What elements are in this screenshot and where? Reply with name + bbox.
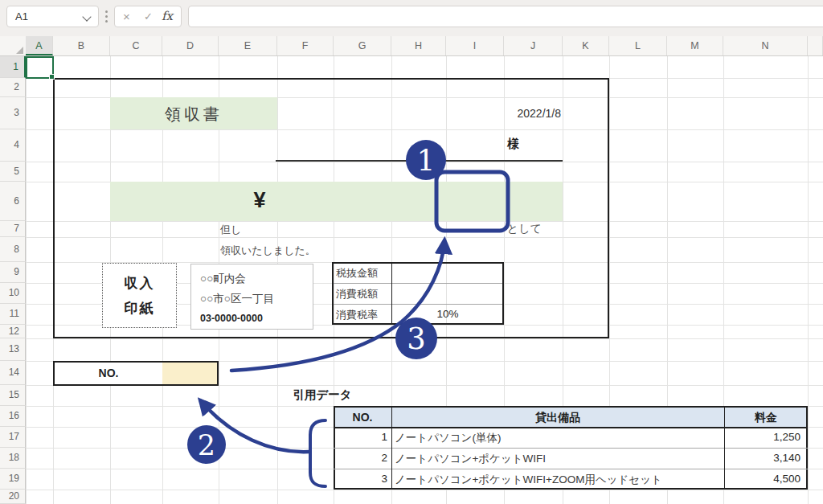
quote-header-3[interactable]: 料金: [724, 411, 808, 425]
column-header-K[interactable]: K: [563, 36, 609, 55]
gridline-v: [53, 56, 54, 504]
row-header-11[interactable]: 11: [0, 304, 26, 325]
tax-row-label[interactable]: 税抜金額: [336, 266, 387, 281]
row-header-13[interactable]: 13: [0, 338, 26, 361]
quote-row-price[interactable]: 4,500: [724, 473, 800, 485]
name-underline: [276, 160, 563, 162]
column-header-M[interactable]: M: [667, 36, 723, 55]
row-header-4[interactable]: 4: [0, 129, 26, 162]
quote-row-price[interactable]: 3,140: [724, 452, 800, 464]
quote-row-no[interactable]: 1: [334, 431, 387, 443]
fx-icon[interactable]: fx: [162, 9, 173, 23]
gridline-h: [26, 162, 823, 162]
tax-row-value[interactable]: 10%: [391, 308, 504, 320]
issuer-address: ○○市○区一丁目: [200, 289, 313, 309]
row-header-5[interactable]: 5: [0, 162, 26, 182]
row-header-20[interactable]: 20: [0, 490, 26, 504]
column-header-J[interactable]: J: [504, 36, 563, 55]
column-header-N[interactable]: N: [723, 36, 808, 55]
quote-table-line: [334, 427, 808, 428]
quote-row-price[interactable]: 1,250: [724, 431, 800, 443]
no-value-cell[interactable]: [162, 363, 217, 384]
row-header-3[interactable]: 3: [0, 97, 26, 129]
gridline-h: [26, 129, 823, 130]
selected-cell-a1[interactable]: [26, 56, 54, 79]
row-header-17[interactable]: 17: [0, 427, 26, 448]
row-header-16[interactable]: 16: [0, 406, 26, 427]
tax-row-label[interactable]: 消費税率: [336, 308, 387, 322]
column-header-H[interactable]: H: [391, 36, 446, 55]
column-headers: ABCDEFGHIJKLMN: [0, 36, 823, 56]
quote-row-no[interactable]: 3: [334, 473, 387, 485]
column-header-D[interactable]: D: [162, 36, 219, 55]
quote-caption[interactable]: 引用データ: [277, 387, 367, 403]
column-header-L[interactable]: L: [609, 36, 667, 55]
column-header-I[interactable]: I: [446, 36, 504, 55]
select-all-corner[interactable]: [0, 36, 26, 56]
row-header-12[interactable]: 12: [0, 325, 26, 338]
row-header-7[interactable]: 7: [0, 221, 26, 237]
quote-header-1[interactable]: NO.: [334, 411, 391, 424]
fill-handle[interactable]: [49, 74, 55, 80]
cancel-icon[interactable]: ×: [123, 10, 130, 23]
quote-row-no[interactable]: 2: [334, 452, 387, 464]
stamp-box[interactable]: 収入 印紙: [102, 263, 177, 328]
chevron-down-icon[interactable]: [82, 12, 91, 21]
column-header-A[interactable]: A: [26, 36, 53, 55]
stamp-line1: 収入: [103, 271, 176, 296]
formula-toolbar: A1 × ✓ fx: [0, 0, 823, 36]
row-header-2[interactable]: 2: [0, 78, 26, 97]
column-header-E[interactable]: E: [219, 36, 277, 55]
more-dots-icon[interactable]: [105, 10, 109, 25]
gridline-h: [26, 78, 823, 79]
honorific-label[interactable]: 様: [507, 137, 519, 152]
check-icon[interactable]: ✓: [144, 10, 153, 23]
quote-header-2[interactable]: 貸出備品: [391, 411, 724, 425]
toshite-label[interactable]: として: [507, 222, 542, 236]
yen-symbol[interactable]: ¥: [241, 188, 278, 213]
column-header-B[interactable]: B: [53, 36, 110, 55]
row-header-10[interactable]: 10: [0, 283, 26, 304]
gridline-h: [26, 237, 823, 238]
issuer-name: ○○町内会: [200, 269, 313, 289]
tax-table-divider: [391, 264, 392, 323]
no-label[interactable]: NO.: [55, 367, 162, 379]
receipt-date[interactable]: 2022/1/8: [448, 107, 561, 120]
receipt-title[interactable]: 領収書: [110, 104, 277, 125]
name-box[interactable]: A1: [6, 6, 99, 27]
column-header-C[interactable]: C: [110, 36, 162, 55]
row-header-18[interactable]: 18: [0, 448, 26, 469]
tax-table-line: [334, 304, 502, 305]
issuer-phone: 03-0000-0000: [200, 309, 313, 328]
quote-row-item[interactable]: ノートパソコン(単体): [395, 431, 721, 445]
name-box-value: A1: [15, 10, 28, 23]
received-label[interactable]: 領収いたしました。: [220, 244, 316, 258]
no-box: NO.: [53, 361, 219, 386]
row-header-14[interactable]: 14: [0, 361, 26, 385]
bracket: [310, 420, 326, 486]
tax-row-label[interactable]: 消費税額: [336, 287, 387, 301]
quote-table-line: [334, 448, 808, 449]
tadashi-label[interactable]: 但し: [220, 223, 241, 237]
formula-buttons: × ✓ fx: [114, 6, 182, 27]
row-header-9[interactable]: 9: [0, 262, 26, 283]
column-header-partial[interactable]: [808, 36, 823, 55]
gridline-h: [26, 490, 823, 490]
gridline-v: [26, 56, 27, 504]
row-header-8[interactable]: 8: [0, 237, 26, 262]
step-2-badge: 2: [187, 425, 226, 464]
amount-band[interactable]: [110, 182, 563, 221]
row-header-6[interactable]: 6: [0, 182, 26, 221]
row-header-15[interactable]: 15: [0, 385, 26, 406]
column-header-G[interactable]: G: [334, 36, 391, 55]
formula-bar[interactable]: [188, 6, 823, 27]
spreadsheet-app: A1 × ✓ fx ABCDEFGHIJKLMN 領収書 2022/1/8 様 …: [0, 0, 823, 504]
column-header-F[interactable]: F: [277, 36, 334, 55]
gridline-h: [26, 221, 823, 222]
row-header-19[interactable]: 19: [0, 469, 26, 490]
issuer-box[interactable]: ○○町内会 ○○市○区一丁目 03-0000-0000: [190, 264, 313, 330]
row-header-1[interactable]: 1: [0, 56, 26, 78]
quote-row-item[interactable]: ノートパソコン+ポケットWIFI: [395, 452, 721, 466]
gridline-h: [26, 338, 823, 339]
quote-row-item[interactable]: ノートパソコン+ポケットWIFI+ZOOM用ヘッドセット: [395, 473, 721, 487]
